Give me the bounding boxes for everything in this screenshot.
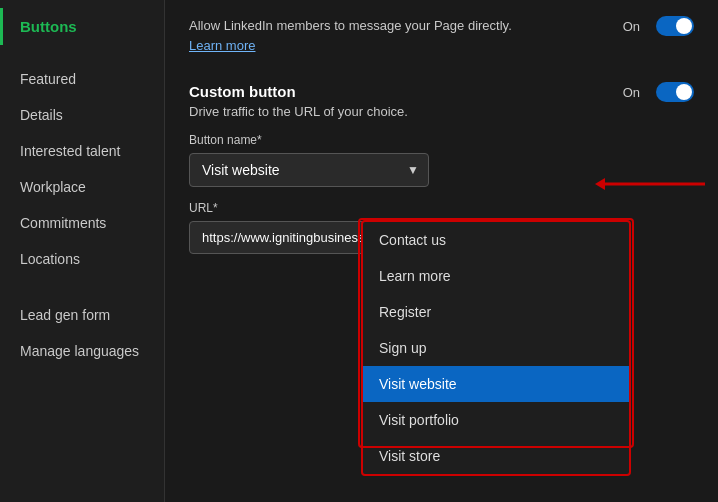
sidebar-item-commitments[interactable]: Commitments: [0, 205, 164, 241]
dropdown-item-register[interactable]: Register: [363, 294, 629, 330]
sidebar-item-details[interactable]: Details: [0, 97, 164, 133]
sidebar-item-featured[interactable]: Featured: [0, 61, 164, 97]
url-field-label: URL*: [189, 201, 694, 215]
dropdown-item-visit-website[interactable]: Visit website: [363, 366, 629, 402]
button-name-field-label: Button name*: [189, 133, 694, 147]
custom-button-toggle[interactable]: [656, 82, 694, 102]
dropdown-item-learn-more[interactable]: Learn more: [363, 258, 629, 294]
button-dropdown-menu: Contact us Learn more Register Sign up V…: [361, 220, 631, 476]
custom-button-toggle-label: On: [623, 85, 640, 100]
learn-more-link[interactable]: Learn more: [189, 38, 255, 53]
sidebar-item-locations[interactable]: Locations: [0, 241, 164, 277]
dropdown-item-contact-us[interactable]: Contact us: [363, 222, 629, 258]
dropdown-item-sign-up[interactable]: Sign up: [363, 330, 629, 366]
sidebar-item-workplace[interactable]: Workplace: [0, 169, 164, 205]
custom-button-toggle-area: On: [623, 82, 694, 102]
dropdown-item-visit-portfolio[interactable]: Visit portfolio: [363, 402, 629, 438]
button-name-select-wrapper: Visit website ▼: [189, 153, 429, 187]
sidebar: Buttons Featured Details Interested tale…: [0, 0, 165, 502]
button-name-select[interactable]: Visit website: [189, 153, 429, 187]
sidebar-item-interested-talent[interactable]: Interested talent: [0, 133, 164, 169]
sidebar-item-buttons[interactable]: Buttons: [0, 8, 164, 45]
custom-button-description: Drive traffic to the URL of your choice.: [189, 104, 694, 119]
dropdown-item-visit-store[interactable]: Visit store: [363, 438, 629, 474]
messaging-toggle[interactable]: [656, 16, 694, 36]
main-content: On Allow LinkedIn members to message you…: [165, 0, 718, 502]
custom-button-title: Custom button: [189, 83, 296, 100]
custom-button-header: Custom button: [189, 83, 694, 100]
svg-marker-1: [595, 178, 605, 190]
messaging-toggle-label: On: [623, 19, 640, 34]
messaging-description: Allow LinkedIn members to message your P…: [189, 16, 694, 55]
red-arrow: [595, 172, 715, 196]
messaging-toggle-area: On: [623, 16, 694, 36]
sidebar-item-lead-gen-form[interactable]: Lead gen form: [0, 297, 164, 333]
sidebar-item-manage-languages[interactable]: Manage languages: [0, 333, 164, 369]
